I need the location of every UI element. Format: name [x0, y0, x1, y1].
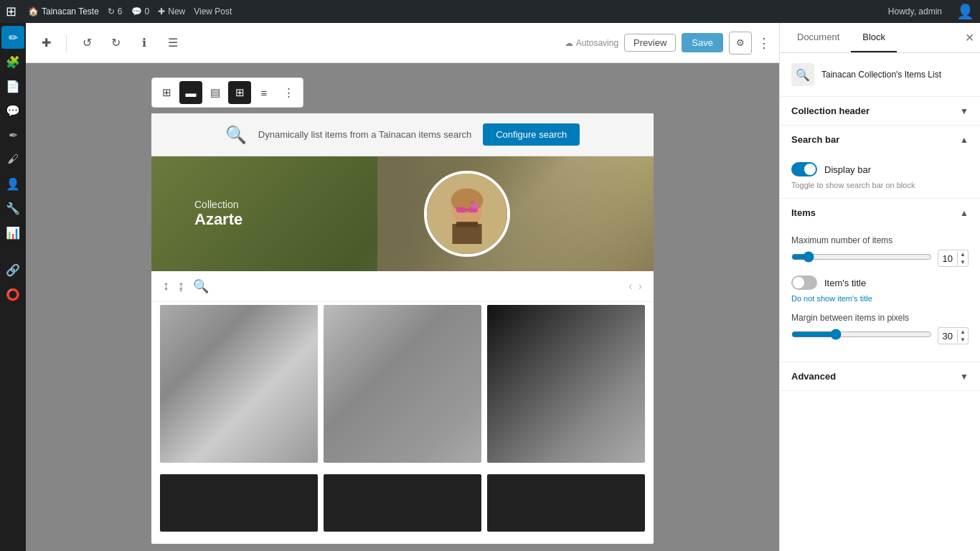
toolbar-separator — [66, 34, 67, 52]
sidebar-item-patterns[interactable]: 🧩 — [1, 50, 24, 73]
margin-down-button[interactable]: ▼ — [958, 336, 968, 344]
items-section-content: Maximum number of items 10 ▲ ▼ — [780, 227, 980, 362]
collection-header: Collection Azarte — [151, 156, 654, 271]
wp-logo-icon: ⊞ — [6, 4, 17, 19]
admin-view-post[interactable]: View Post — [194, 6, 232, 17]
sidebar-item-chart[interactable]: 📊 — [1, 221, 24, 244]
more-options-button[interactable]: ⋮ — [758, 35, 771, 51]
save-button[interactable]: Save — [682, 33, 723, 52]
block-tool-more-btn[interactable]: ⋮ — [277, 81, 300, 104]
collection-label: Collection — [194, 199, 242, 210]
svg-rect-5 — [456, 207, 466, 212]
search-items-icon[interactable]: 🔍 — [193, 278, 209, 294]
sort-desc-icon[interactable]: ↨ — [178, 278, 184, 294]
updates-icon: ↻ — [108, 6, 115, 17]
advanced-section-header[interactable]: Advanced ▼ — [780, 362, 980, 390]
collection-header-section-title: Collection header — [791, 105, 870, 116]
collection-header-chevron-icon: ▼ — [960, 106, 969, 116]
configure-search-button[interactable]: Configure search — [483, 123, 580, 146]
howdy-label: Howdy, admin — [888, 6, 942, 17]
search-bar-section-header[interactable]: Search bar ▲ — [780, 126, 980, 154]
configure-search-banner: 🔍 Dynamically list items from a Tainacan… — [151, 113, 654, 156]
search-bar-section-content: Display bar Toggle to show search bar on… — [780, 154, 980, 198]
margin-row: 30 ▲ ▼ — [791, 327, 969, 344]
sidebar-item-tools[interactable]: 🔧 — [1, 197, 24, 220]
block-tool-list-btn[interactable]: ≡ — [253, 81, 275, 104]
configure-search-text: Dynamically list items from a Tainacan i… — [258, 129, 471, 140]
add-block-button[interactable]: ✚ — [34, 32, 57, 55]
search-config-icon: 🔍 — [225, 125, 247, 145]
display-bar-toggle[interactable] — [791, 162, 817, 176]
editor-wrap: ✚ ↺ ↻ ℹ ☰ ☁ Autosaving Preview Save ⚙ ⋮ — [26, 23, 779, 551]
margin-label: Margin between items in pixels — [791, 313, 969, 323]
search-bar-section-title: Search bar — [791, 134, 839, 145]
sidebar-item-network[interactable]: 🔗 — [1, 258, 24, 281]
block-tool-image-btn[interactable]: ▬ — [179, 81, 202, 104]
max-items-slider[interactable] — [791, 251, 932, 263]
item-cell-4 — [160, 474, 318, 532]
main-layout: ✏ 🧩 📄 💬 ✒ 🖌 👤 🔧 📊 🔗 ⭕ ✚ ↺ ↻ ℹ ☰ ☁ Autosa… — [0, 0, 980, 551]
admin-updates[interactable]: ↻ 6 — [108, 6, 123, 17]
items-toolbar-right: ‹ › — [628, 280, 642, 293]
max-items-label: Maximum number of items — [791, 235, 969, 245]
collection-avatar — [424, 171, 510, 257]
advanced-chevron-icon: ▼ — [960, 372, 969, 382]
items-title-toggle-row: Item's title — [791, 276, 969, 290]
sort-asc-icon[interactable]: ↕ — [163, 278, 169, 294]
admin-comments[interactable]: 💬 0 — [131, 6, 150, 17]
editor-content: ⊞ ▬ ▤ ⊞ ≡ ⋮ 🔍 Dynamically list items fro… — [26, 63, 779, 551]
preview-button[interactable]: Preview — [624, 34, 676, 52]
block-tool-text-btn[interactable]: ▤ — [204, 81, 227, 104]
block-tool-grid-btn[interactable]: ⊞ — [228, 81, 251, 104]
margin-slider-wrap — [791, 329, 932, 343]
toolbar-right: ☁ Autosaving Preview Save ⚙ ⋮ — [565, 32, 771, 55]
item-cell-3 — [487, 305, 645, 463]
sidebar-item-user[interactable]: 👤 — [1, 172, 24, 195]
tools-button[interactable]: ☰ — [161, 32, 184, 55]
items-title-toggle-thumb — [793, 277, 804, 288]
nav-prev-button[interactable]: ‹ — [628, 280, 632, 293]
admin-site-name[interactable]: 🏠 Tainacan Teste — [28, 6, 99, 17]
max-items-value: 10 — [938, 252, 958, 265]
item-cell-1 — [160, 305, 318, 463]
sidebar-item-power[interactable]: ⭕ — [1, 283, 24, 306]
max-items-arrows: ▲ ▼ — [958, 250, 968, 266]
tab-document[interactable]: Document — [786, 23, 851, 52]
advanced-section-title: Advanced — [791, 371, 836, 382]
sidebar-item-pages[interactable]: 📄 — [1, 75, 24, 98]
items-toolbar-left: ↕ ↨ 🔍 — [163, 278, 209, 294]
max-items-down-button[interactable]: ▼ — [958, 258, 968, 266]
panel-close-button[interactable]: ✕ — [965, 31, 974, 44]
autosave-indicator: ☁ Autosaving — [565, 38, 618, 48]
admin-new[interactable]: ✚ New — [158, 6, 185, 17]
items-section: Items ▲ Maximum number of items 10 ▲ ▼ — [780, 199, 980, 362]
undo-button[interactable]: ↺ — [75, 32, 98, 55]
settings-button[interactable]: ⚙ — [729, 32, 752, 55]
advanced-section: Advanced ▼ — [780, 362, 980, 391]
panel-tabs: Document Block ✕ — [780, 23, 980, 53]
sidebar-item-edit[interactable]: ✏ — [1, 26, 24, 49]
nav-next-button[interactable]: › — [639, 280, 642, 293]
info-button[interactable]: ℹ — [133, 32, 156, 55]
editor-toolbar: ✚ ↺ ↻ ℹ ☰ ☁ Autosaving Preview Save ⚙ ⋮ — [26, 23, 779, 63]
margin-up-button[interactable]: ▲ — [958, 328, 968, 336]
comments-icon: 💬 — [131, 6, 142, 17]
redo-button[interactable]: ↻ — [104, 32, 127, 55]
gear-icon: ⚙ — [736, 37, 745, 48]
block-tool-icon-btn[interactable]: ⊞ — [155, 81, 178, 104]
collection-header-section-header[interactable]: Collection header ▼ — [780, 97, 980, 125]
panel-block-title: Tainacan Collection's Items List — [821, 70, 969, 80]
tab-block[interactable]: Block — [851, 23, 897, 52]
max-items-input: 10 ▲ ▼ — [938, 250, 969, 267]
margin-slider[interactable] — [791, 329, 932, 340]
sidebar-item-comments[interactable]: 💬 — [1, 99, 24, 122]
collection-overlay: Collection Azarte — [151, 156, 654, 271]
items-section-header[interactable]: Items ▲ — [780, 199, 980, 227]
sidebar-item-pencil2[interactable]: ✒ — [1, 123, 24, 146]
max-items-up-button[interactable]: ▲ — [958, 250, 968, 258]
sidebar-item-brush[interactable]: 🖌 — [1, 148, 24, 171]
items-title-hint: Do not show item's title — [791, 294, 969, 303]
items-title-toggle[interactable] — [791, 276, 817, 290]
display-bar-hint: Toggle to show search bar on block — [791, 181, 969, 189]
display-bar-label: Display bar — [824, 164, 871, 175]
